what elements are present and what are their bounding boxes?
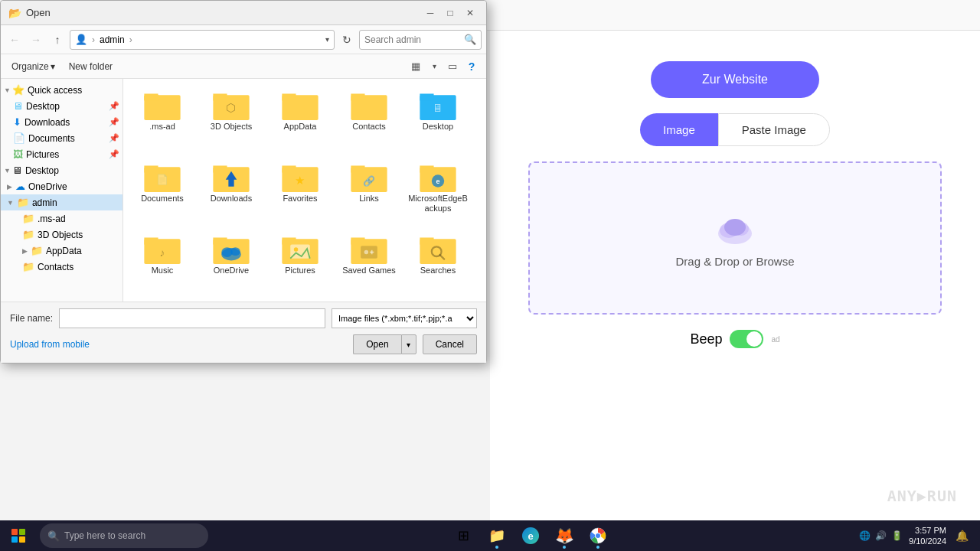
filename-input[interactable] — [59, 308, 325, 328]
chrome-icon — [590, 527, 606, 544]
dialog-controls: ─ □ ✕ — [422, 5, 479, 21]
taskbar-search-bar[interactable]: 🔍 Type here to search — [40, 523, 208, 548]
file-item-appdata[interactable]: AppData — [267, 85, 333, 154]
dialog-footer: File name: Image files (*.xbm;*.tif;*.pj… — [1, 302, 486, 363]
search-button[interactable]: 🔍 — [464, 34, 476, 45]
taskbar-app-taskview[interactable]: ⊞ — [448, 520, 479, 551]
file-item-saved-games[interactable]: Saved Games — [336, 229, 402, 298]
organize-button[interactable]: Organize ▾ — [7, 57, 60, 76]
address-dropdown-button[interactable]: ▾ — [325, 35, 329, 44]
taskbar-app-chrome[interactable] — [583, 520, 613, 551]
desktop-section[interactable]: ▼ 🖥 Desktop — [1, 162, 122, 178]
upload-from-mobile-button[interactable]: Upload from mobile — [10, 334, 90, 354]
minimize-button[interactable]: ─ — [422, 5, 439, 21]
beep-toggle[interactable] — [730, 330, 763, 348]
file-item-edge-backups[interactable]: e MicrosoftEdgeBackups — [405, 157, 471, 226]
quick-access-section[interactable]: ▼ ⭐ Quick access — [1, 82, 122, 98]
nav-desktop[interactable]: 🖥 Desktop 📌 — [1, 98, 122, 114]
cancel-button[interactable]: Cancel — [423, 334, 477, 354]
file-name-contacts: Contacts — [352, 122, 385, 132]
dialog-toolbar2: Organize ▾ New folder ▦ ▾ ▭ ? — [1, 54, 486, 79]
help-button[interactable]: ? — [463, 58, 480, 75]
open-dropdown-button[interactable]: ▾ — [401, 334, 416, 354]
open-button[interactable]: Open — [353, 334, 400, 354]
clock-date: 9/10/2024 — [909, 536, 946, 546]
file-item-searches[interactable]: Searches — [405, 229, 471, 298]
nav-3d-objects[interactable]: 📁 3D Objects — [1, 227, 122, 243]
zur-website-button[interactable]: Zur Website — [651, 61, 819, 98]
file-item-contacts[interactable]: Contacts — [336, 85, 402, 154]
nav-3d-objects-label: 3D Objects — [38, 230, 83, 240]
paste-image-tab[interactable]: Paste Image — [718, 113, 830, 146]
nav-ms-ad[interactable]: 📁 .ms-ad — [1, 210, 122, 227]
battery-icon: 🔋 — [891, 530, 903, 541]
nav-downloads[interactable]: ⬇ Downloads 📌 — [1, 114, 122, 130]
nav-contacts[interactable]: 📁 Contacts — [1, 259, 122, 275]
nav-pictures-label: Pictures — [26, 149, 59, 160]
taskbar: 🔍 Type here to search ⊞ 📁 e 🦊 — [0, 520, 980, 551]
dialog-window-icon: 📂 — [8, 7, 21, 19]
svg-point-44 — [294, 247, 298, 251]
search-input[interactable] — [364, 34, 464, 45]
nav-onedrive-label: OneDrive — [28, 181, 67, 192]
file-item-pictures[interactable]: Pictures — [267, 229, 333, 298]
svg-text:🖥: 🖥 — [433, 102, 444, 114]
view-dropdown-button[interactable]: ▾ — [426, 58, 442, 75]
file-item-ms-ad[interactable]: .ms-ad — [129, 85, 195, 154]
notification-button[interactable]: 🔔 — [952, 527, 971, 545]
quick-access-label: Quick access — [28, 85, 82, 96]
taskbar-app-edge[interactable]: e — [515, 520, 546, 551]
svg-text:♪: ♪ — [160, 247, 165, 259]
file-name-searches: Searches — [420, 266, 456, 276]
nav-onedrive[interactable]: ▶ ☁ OneDrive — [1, 178, 122, 194]
win-logo-yellow — [19, 536, 25, 543]
clock-time: 3:57 PM — [909, 525, 946, 536]
taskbar-app-explorer[interactable]: 📁 — [482, 520, 512, 551]
file-item-links[interactable]: 🔗 Links — [336, 157, 402, 226]
view-icon-button[interactable]: ▦ — [407, 58, 425, 75]
new-folder-button[interactable]: New folder — [64, 57, 117, 76]
dialog-body: ▲ ▼ ⭐ Quick access 🖥 Desktop 📌 ⬇ Downloa… — [1, 79, 486, 302]
close-button[interactable]: ✕ — [462, 5, 479, 21]
drop-zone[interactable]: Drag & Drop or Browse — [528, 161, 942, 315]
refresh-button[interactable]: ↻ — [338, 31, 356, 49]
back-button[interactable]: ← — [5, 31, 24, 49]
dialog-toolbar: ← → ↑ 👤 › admin › ▾ ↻ 🔍 — [1, 25, 486, 54]
file-item-music[interactable]: ♪ Music — [129, 229, 195, 298]
forward-button[interactable]: → — [27, 31, 45, 49]
view-buttons: ▦ ▾ ▭ ? — [407, 58, 480, 75]
dialog-titlebar: 📂 Open ─ □ ✕ — [1, 1, 486, 25]
file-item-downloads[interactable]: Downloads — [198, 157, 264, 226]
svg-point-48 — [364, 250, 368, 254]
nav-admin[interactable]: ▼ 📁 admin — [1, 194, 122, 210]
windows-logo — [11, 529, 25, 543]
nav-documents-label: Documents — [28, 133, 75, 144]
nav-documents[interactable]: 📄 Documents 📌 — [1, 130, 122, 146]
file-item-desktop[interactable]: 🖥 Desktop — [405, 85, 471, 154]
footer-row1: File name: Image files (*.xbm;*.tif;*.pj… — [10, 308, 477, 328]
nav-pictures[interactable]: 🖼 Pictures 📌 — [1, 146, 122, 162]
file-item-3d-objects[interactable]: ⬡ 3D Objects — [198, 85, 264, 154]
start-button[interactable] — [0, 520, 37, 551]
organize-label: Organize — [11, 61, 49, 72]
taskbar-clock[interactable]: 3:57 PM 9/10/2024 — [909, 525, 946, 547]
volume-icon: 🔊 — [875, 530, 887, 541]
svg-text:🔗: 🔗 — [363, 175, 375, 187]
address-bar[interactable]: 👤 › admin › ▾ — [70, 30, 335, 50]
quick-access-expand-icon: ▼ — [4, 86, 11, 94]
taskbar-app-firefox[interactable]: 🦊 — [549, 520, 580, 551]
preview-button[interactable]: ▭ — [443, 58, 462, 75]
nav-admin-label: admin — [32, 197, 57, 208]
filetype-select[interactable]: Image files (*.xbm;*.tif;*.pjp;*.a — [332, 308, 477, 328]
nav-scroll-up[interactable]: ▲ — [1, 79, 2, 90]
maximize-button[interactable]: □ — [442, 5, 459, 21]
address-path: admin — [100, 34, 125, 45]
up-button[interactable]: ↑ — [48, 31, 67, 49]
notification-icon: 🔔 — [956, 530, 969, 542]
svg-point-40 — [230, 247, 240, 256]
file-item-documents[interactable]: 📄 Documents — [129, 157, 195, 226]
image-tab[interactable]: Image — [640, 113, 718, 146]
file-item-onedrive[interactable]: OneDrive — [198, 229, 264, 298]
nav-appdata[interactable]: ▶ 📁 AppData — [1, 243, 122, 259]
file-item-favorites[interactable]: ★ Favorites — [267, 157, 333, 226]
